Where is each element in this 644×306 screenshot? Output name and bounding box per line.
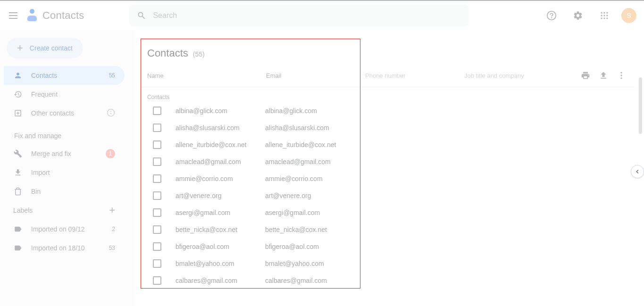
trash-icon bbox=[13, 187, 23, 196]
row-checkbox[interactable] bbox=[153, 141, 161, 149]
sidebar-item-contacts[interactable]: Contacts 55 bbox=[4, 66, 125, 85]
print-icon[interactable] bbox=[581, 71, 590, 80]
row-checkbox[interactable] bbox=[153, 157, 161, 166]
row-email: albina@glick.com bbox=[265, 107, 635, 115]
settings-icon[interactable] bbox=[569, 6, 587, 25]
table-row[interactable]: albina@glick.com albina@glick.com bbox=[141, 102, 635, 119]
create-contact-button[interactable]: + Create contact bbox=[7, 38, 83, 58]
row-checkbox[interactable] bbox=[153, 124, 161, 132]
svg-point-8 bbox=[601, 17, 602, 19]
app-logo[interactable]: Contacts bbox=[25, 9, 84, 22]
svg-point-6 bbox=[603, 15, 605, 16]
table-row[interactable]: allene_iturbide@cox.net allene_iturbide@… bbox=[141, 136, 635, 153]
row-name: bfigeroa@aol.com bbox=[176, 243, 265, 250]
main-content: Contacts (55) Name Email Phone number Jo… bbox=[135, 30, 644, 306]
tools-icon bbox=[13, 149, 23, 158]
row-checkbox[interactable] bbox=[153, 259, 161, 268]
sidebar-item-merge-fix[interactable]: Merge and fix 1 bbox=[4, 144, 125, 163]
row-checkbox[interactable] bbox=[153, 276, 161, 285]
row-checkbox[interactable] bbox=[153, 107, 161, 115]
sidebar-item-label: Contacts bbox=[31, 72, 57, 79]
svg-point-1 bbox=[552, 17, 552, 18]
archive-icon bbox=[13, 109, 23, 117]
more-icon[interactable] bbox=[617, 71, 626, 80]
person-icon bbox=[13, 71, 23, 80]
sidebar-item-label: Bin bbox=[31, 188, 41, 195]
row-email: amaclead@gmail.com bbox=[265, 158, 635, 165]
sidebar-label-1[interactable]: Imported on 09/12 2 bbox=[4, 220, 125, 239]
column-name[interactable]: Name bbox=[147, 72, 266, 79]
sidebar-item-bin[interactable]: Bin bbox=[4, 182, 125, 201]
svg-point-4 bbox=[606, 12, 608, 14]
row-name: asergi@gmail.com bbox=[176, 209, 265, 216]
svg-point-15 bbox=[620, 72, 622, 74]
labels-title: Labels bbox=[13, 207, 33, 214]
history-icon bbox=[13, 90, 23, 99]
label-count: 53 bbox=[109, 245, 115, 251]
contacts-section-label: Contacts bbox=[141, 87, 635, 102]
sidebar-item-label: Import bbox=[31, 169, 50, 176]
hamburger-menu-icon[interactable] bbox=[8, 10, 19, 21]
info-icon[interactable] bbox=[107, 108, 115, 118]
sidebar-item-label: Frequent bbox=[31, 91, 58, 98]
row-email: ammie@corrio.com bbox=[265, 175, 635, 182]
create-contact-label: Create contact bbox=[30, 44, 73, 52]
merge-fix-badge: 1 bbox=[106, 149, 115, 158]
apps-grid-icon[interactable] bbox=[595, 6, 614, 25]
search-bar[interactable] bbox=[129, 5, 469, 26]
search-input[interactable] bbox=[153, 11, 461, 20]
sidebar-item-other-contacts[interactable]: Other contacts bbox=[4, 104, 125, 123]
column-actions bbox=[581, 71, 635, 80]
add-label-icon[interactable]: + bbox=[109, 204, 115, 216]
row-checkbox[interactable] bbox=[153, 174, 161, 183]
table-row[interactable]: bette_nicka@cox.net bette_nicka@cox.net bbox=[141, 221, 635, 238]
row-name: albina@glick.com bbox=[176, 107, 265, 115]
help-icon[interactable] bbox=[542, 6, 561, 25]
label-count: 2 bbox=[112, 226, 115, 232]
side-panel-collapse-icon[interactable] bbox=[631, 165, 644, 178]
top-bar: Contacts S bbox=[0, 0, 644, 30]
table-row[interactable]: ammie@corrio.com ammie@corrio.com bbox=[141, 170, 635, 187]
table-row[interactable]: amaclead@gmail.com amaclead@gmail.com bbox=[141, 153, 635, 170]
fix-manage-section-title: Fix and manage bbox=[4, 123, 132, 144]
column-job[interactable]: Job title and company bbox=[464, 72, 581, 79]
column-email[interactable]: Email bbox=[266, 72, 365, 79]
page-header: Contacts (55) bbox=[141, 39, 635, 67]
table-row[interactable]: calbares@gmail.com calbares@gmail.com bbox=[141, 272, 635, 289]
column-phone[interactable]: Phone number bbox=[365, 72, 464, 79]
table-row[interactable]: art@venere.org art@venere.org bbox=[141, 187, 635, 204]
row-email: allene_iturbide@cox.net bbox=[265, 141, 635, 149]
search-icon bbox=[137, 11, 146, 20]
sidebar-item-import[interactable]: Import bbox=[4, 163, 125, 182]
label-icon bbox=[13, 225, 23, 233]
row-checkbox[interactable] bbox=[153, 208, 161, 217]
page-title: Contacts bbox=[147, 47, 188, 59]
table-row[interactable]: bmalet@yahoo.com bmalet@yahoo.com bbox=[141, 255, 635, 272]
scrollbar-thumb[interactable] bbox=[639, 77, 642, 134]
table-row[interactable]: alisha@slusarski.com alisha@slusarski.co… bbox=[141, 119, 635, 136]
svg-point-10 bbox=[606, 17, 608, 19]
contacts-count: 55 bbox=[109, 72, 115, 79]
labels-section-header: Labels + bbox=[4, 201, 125, 220]
svg-point-2 bbox=[601, 12, 602, 14]
contacts-list: albina@glick.com albina@glick.com alisha… bbox=[141, 102, 635, 289]
row-checkbox[interactable] bbox=[153, 191, 161, 200]
sidebar-label-2[interactable]: Imported on 18/10 53 bbox=[4, 239, 125, 257]
row-email: calbares@gmail.com bbox=[265, 277, 635, 284]
svg-point-7 bbox=[606, 15, 608, 16]
left-sidebar: + Create contact Contacts 55 Frequent Ot… bbox=[0, 30, 132, 306]
row-email: bfigeroa@aol.com bbox=[265, 243, 635, 250]
export-icon[interactable] bbox=[599, 71, 608, 80]
table-row[interactable]: bfigeroa@aol.com bfigeroa@aol.com bbox=[141, 238, 635, 255]
topbar-right-icons: S bbox=[542, 6, 636, 25]
table-row[interactable]: asergi@gmail.com asergi@gmail.com bbox=[141, 204, 635, 221]
sidebar-item-label: Imported on 09/12 bbox=[31, 225, 85, 233]
row-email: bmalet@yahoo.com bbox=[265, 260, 635, 267]
row-name: art@venere.org bbox=[176, 192, 265, 199]
sidebar-item-frequent[interactable]: Frequent bbox=[4, 85, 125, 104]
svg-point-3 bbox=[603, 12, 605, 14]
account-avatar[interactable]: S bbox=[621, 8, 636, 23]
row-checkbox[interactable] bbox=[153, 242, 161, 251]
row-checkbox[interactable] bbox=[153, 225, 161, 234]
contacts-logo-icon bbox=[25, 9, 39, 22]
